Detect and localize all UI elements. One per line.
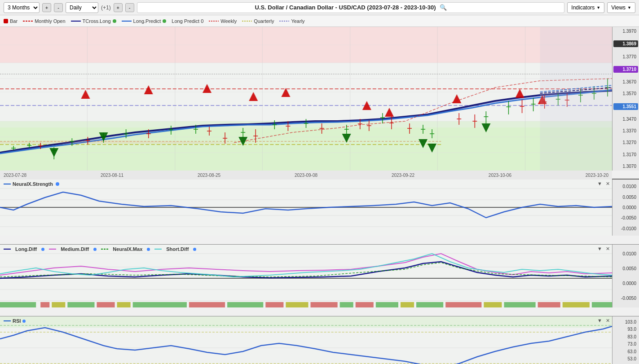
svg-rect-160 (445, 302, 481, 307)
mediumdiff-line-icon (49, 247, 56, 251)
interval-select[interactable]: Daily1 Min5 Min15 Min30 MinHourlyDailyWe… (66, 2, 98, 13)
price-label-10: 1.3270 (613, 140, 638, 145)
svg-rect-147 (97, 302, 115, 307)
rsi-chart-content[interactable] (0, 316, 612, 364)
rsi-title: RSI (13, 318, 21, 324)
x-label-7: 2023-10-20 (586, 173, 608, 178)
chart-title: U.S. Dollar / Canadian Dollar - USD/CAD … (137, 2, 565, 13)
quarterly-legend-icon (242, 19, 252, 23)
price-label-1: 1.3970 (613, 29, 638, 34)
rsi-close-btn[interactable]: ✕ (606, 318, 610, 324)
price-chart-panel: 1.3970 1.3869 1.3770 1.3710 1.3670 1.357… (0, 27, 639, 180)
svg-marker-111 (385, 108, 394, 117)
rsi-y-label-2: 93.0 (613, 327, 638, 332)
svg-marker-107 (203, 84, 212, 93)
period-select[interactable]: 3 Months1 Week1 Month3 Months6 Months1 Y… (4, 2, 40, 13)
svg-marker-112 (452, 94, 461, 103)
diff-close-btn[interactable]: ✕ (606, 246, 610, 252)
diff-y-label-1: 0.0100 (613, 251, 638, 256)
svg-rect-7 (0, 121, 612, 171)
neuralx-y-label-2: 0.0050 (613, 195, 638, 200)
shortdiff-label: Short.Diff (166, 246, 189, 252)
neuralx-expand-btn[interactable]: ▼ (597, 181, 602, 187)
diff-header: Long.Diff Medium.Diff NeuralX.Max Short.… (4, 246, 196, 252)
diff-expand-btn[interactable]: ▼ (597, 246, 602, 252)
tcross-legend-label: TCross.Long (83, 18, 111, 24)
neuralx-close-btn[interactable]: ✕ (606, 181, 610, 187)
neuralx-chart-content[interactable] (0, 180, 612, 236)
price-label-9: 1.3370 (613, 128, 638, 133)
price-chart-content[interactable] (0, 27, 612, 171)
legend-quarterly-item: Quarterly (242, 18, 274, 24)
bar-legend-icon (4, 19, 8, 23)
x-label-3: 2023-08-25 (198, 173, 220, 178)
yearly-legend-label: Yearly (291, 18, 304, 24)
x-label-2: 2023-08-11 (101, 173, 123, 178)
price-label-11: 1.3170 (613, 152, 638, 157)
svg-rect-153 (286, 302, 308, 307)
rsi-y-label-4: 73.0 (613, 342, 638, 346)
purple-price-label: 1.3710 (613, 66, 638, 73)
offset-minus-btn[interactable]: - (125, 3, 134, 12)
neuralxmax-line-icon (101, 247, 108, 251)
shortdiff-dot (193, 248, 196, 251)
diff-y-label-3: 0.0000 (613, 281, 638, 286)
svg-rect-148 (117, 302, 131, 307)
rsi-y-label-1: 103.0 (613, 320, 638, 325)
legend-yearly-item: Yearly (279, 18, 304, 24)
rsi-expand-btn[interactable]: ▼ (597, 318, 602, 324)
rsi-controls: ▼ ✕ (597, 318, 610, 324)
period-plus-btn[interactable]: + (42, 3, 51, 12)
rsi-y-axis: 103.0 93.0 83.0 73.0 63.0 53.0 43.0 33.0 (612, 316, 639, 364)
svg-marker-105 (81, 90, 90, 99)
svg-rect-151 (227, 302, 263, 307)
weekly-legend-icon (209, 19, 219, 23)
longpredict0-legend-label: Long Predict 0 (172, 18, 203, 24)
svg-rect-152 (265, 302, 283, 307)
blue-price-label: 1.3551 (613, 103, 638, 110)
rsi-line-icon (4, 319, 11, 323)
price-label-8: 1.3470 (613, 117, 638, 122)
price-label-12: 1.3070 (613, 164, 638, 169)
rsi-dot (22, 320, 26, 323)
legend-weekly-item: Weekly (209, 18, 237, 24)
views-btn[interactable]: Views ▼ (607, 2, 635, 13)
svg-rect-154 (311, 302, 338, 307)
x-label-1: 2023-07-28 (4, 173, 26, 178)
svg-marker-113 (516, 89, 524, 98)
offset-plus-btn[interactable]: + (114, 3, 123, 12)
monthly-open-legend-icon (23, 19, 33, 23)
price-y-axis: 1.3970 1.3869 1.3770 1.3710 1.3670 1.357… (612, 27, 639, 171)
price-label-6: 1.3570 (613, 91, 638, 96)
period-minus-btn[interactable]: - (54, 3, 63, 12)
legend-tcross-item: TCross.Long (71, 18, 116, 24)
diff-chart-content[interactable] (0, 245, 612, 307)
indicators-btn[interactable]: Indicators ▼ (567, 2, 604, 13)
mediumdiff-dot (93, 248, 97, 251)
neuralxmax-dot (147, 248, 150, 251)
neuralx-dot (56, 182, 59, 186)
monthly-open-legend-label: Monthly Open (35, 18, 65, 24)
svg-rect-146 (67, 302, 94, 307)
neuralx-title: NeuralX.Strength (13, 181, 53, 187)
svg-rect-149 (133, 302, 187, 307)
tcross-dot (113, 19, 116, 23)
offset-label: (+1) (101, 4, 111, 11)
neuralx-controls: ▼ ✕ (597, 181, 610, 187)
diff-panel: Long.Diff Medium.Diff NeuralX.Max Short.… (0, 245, 639, 316)
bar-legend-label: Bar (10, 18, 18, 24)
diff-controls: ▼ ✕ (597, 246, 610, 252)
svg-marker-106 (144, 85, 153, 94)
yearly-legend-icon (279, 19, 289, 23)
neuralx-y-label-1: 0.0100 (613, 184, 638, 189)
longdiff-dot (41, 248, 44, 251)
toolbar: 3 Months1 Week1 Month3 Months6 Months1 Y… (0, 0, 639, 15)
rsi-y-label-6: 53.0 (613, 356, 638, 361)
svg-rect-162 (504, 302, 535, 307)
rsi-header: RSI (4, 318, 26, 324)
mediumdiff-label: Medium.Diff (61, 246, 89, 252)
neuralx-y-axis: 0.0100 0.0050 0.0000 -0.0050 -0.0100 (612, 180, 639, 236)
svg-rect-168 (0, 316, 612, 328)
search-icon[interactable]: 🔍 (440, 4, 447, 11)
shortdiff-line-icon (154, 247, 162, 251)
